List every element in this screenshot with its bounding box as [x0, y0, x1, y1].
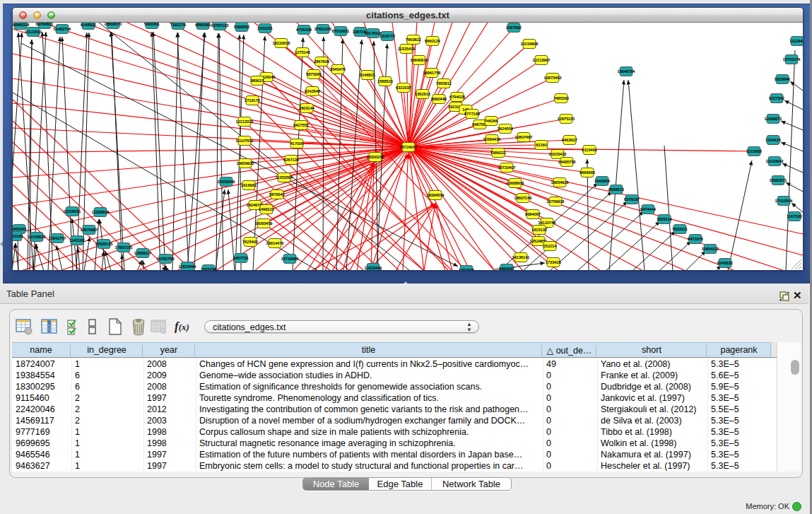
svg-text:3624554: 3624554	[498, 127, 513, 131]
svg-text:12942757: 12942757	[49, 236, 66, 240]
svg-text:5878342: 5878342	[269, 192, 285, 197]
svg-text:18220618: 18220618	[273, 41, 290, 45]
svg-text:96965328: 96965328	[13, 23, 29, 27]
svg-text:7986322: 7986322	[490, 151, 506, 155]
svg-text:12505135: 12505135	[95, 242, 113, 246]
svg-text:16495758: 16495758	[558, 160, 576, 164]
svg-text:9245632: 9245632	[717, 261, 733, 265]
svg-text:15720407: 15720407	[498, 165, 516, 170]
svg-text:16648784: 16648784	[618, 69, 635, 74]
svg-text:6379197: 6379197	[624, 197, 640, 201]
svg-text:15751074: 15751074	[783, 57, 801, 62]
svg-text:9227342: 9227342	[769, 96, 784, 100]
svg-text:9146821: 9146821	[360, 73, 375, 77]
svg-text:1292346: 1292346	[459, 268, 474, 270]
svg-text:20364436: 20364436	[483, 137, 501, 141]
svg-text:8471676: 8471676	[688, 237, 703, 241]
svg-text:252214: 252214	[543, 244, 557, 248]
svg-text:37631165: 37631165	[314, 27, 331, 31]
svg-text:16782759: 16782759	[157, 257, 175, 261]
svg-text:4738299: 4738299	[296, 28, 312, 32]
svg-text:9329946: 9329946	[775, 77, 790, 81]
svg-text:5875685: 5875685	[306, 72, 322, 76]
svg-text:19654935: 19654935	[237, 161, 254, 165]
svg-text:1615132: 1615132	[531, 228, 547, 232]
svg-text:4896383: 4896383	[195, 23, 211, 27]
svg-text:18807249: 18807249	[514, 196, 532, 200]
svg-text:9463627: 9463627	[562, 138, 577, 142]
svg-text:989015: 989015	[251, 78, 264, 83]
svg-text:16961758: 16961758	[423, 71, 441, 75]
svg-text:67010651: 67010651	[332, 29, 350, 33]
svg-text:12359914: 12359914	[92, 210, 110, 214]
svg-text:10807487: 10807487	[515, 135, 533, 139]
svg-text:9684067: 9684067	[525, 212, 541, 216]
svg-text:10688609: 10688609	[507, 181, 524, 185]
svg-text:2087682: 2087682	[506, 25, 522, 30]
svg-text:1733426: 1733426	[546, 260, 561, 264]
svg-text:12213967: 12213967	[533, 58, 551, 62]
svg-text:7485063: 7485063	[553, 96, 569, 100]
svg-text:2718170: 2718170	[245, 98, 260, 103]
svg-text:2055334: 2055334	[201, 267, 216, 270]
svg-text:12093872: 12093872	[765, 117, 782, 121]
svg-text:10958117: 10958117	[134, 251, 151, 255]
svg-text:10107552: 10107552	[236, 139, 254, 143]
svg-text:11353594: 11353594	[276, 175, 293, 180]
svg-text:1031051: 1031051	[257, 26, 273, 30]
svg-text:1640954: 1640954	[594, 179, 610, 183]
svg-text:5098393: 5098393	[234, 25, 249, 29]
svg-text:16914479: 16914479	[266, 241, 284, 245]
svg-text:1588520: 1588520	[377, 79, 393, 83]
svg-text:10973493: 10973493	[544, 76, 562, 80]
svg-text:19384554: 19384554	[427, 193, 445, 197]
svg-text:28809570: 28809570	[105, 23, 122, 26]
svg-text:8660124: 8660124	[425, 39, 440, 43]
svg-text:1275145: 1275145	[295, 50, 310, 54]
svg-text:15692971: 15692971	[770, 178, 787, 182]
svg-text:8148932: 8148932	[81, 23, 96, 27]
svg-text:16093459: 16093459	[255, 221, 273, 226]
svg-text:6794028: 6794028	[449, 95, 465, 99]
svg-text:20756928: 20756928	[547, 199, 565, 204]
svg-text:8990448: 8990448	[431, 97, 447, 101]
svg-text:13975887: 13975887	[81, 228, 98, 232]
svg-text:1326773: 1326773	[379, 34, 395, 38]
svg-text:7663822: 7663822	[406, 37, 421, 42]
svg-text:14136141: 14136141	[512, 255, 530, 259]
svg-text:2867608: 2867608	[314, 59, 329, 64]
svg-text:16640910: 16640910	[411, 58, 428, 62]
svg-text:12213319: 12213319	[236, 119, 254, 124]
svg-text:51462704: 51462704	[54, 27, 71, 31]
svg-text:3267130: 3267130	[283, 158, 299, 162]
svg-text:417006: 417006	[290, 141, 304, 146]
svg-text:12823446: 12823446	[179, 264, 196, 269]
svg-text:12975115: 12975115	[558, 117, 575, 121]
svg-text:15716485: 15716485	[281, 257, 299, 261]
svg-text:1498222: 1498222	[259, 207, 274, 211]
svg-text:8938913: 8938913	[608, 187, 624, 192]
svg-text:7182278: 7182278	[170, 23, 186, 27]
svg-text:3545476: 3545476	[330, 67, 346, 71]
svg-text:9699695: 9699695	[579, 170, 595, 175]
svg-text:9474444: 9474444	[640, 207, 656, 211]
svg-text:11325419: 11325419	[398, 47, 415, 51]
svg-text:1244415: 1244415	[765, 138, 781, 142]
svg-text:3215958: 3215958	[746, 149, 762, 153]
svg-text:10154808: 10154808	[521, 42, 539, 46]
svg-text:65787133: 65787133	[211, 23, 229, 28]
svg-text:18724007: 18724007	[400, 145, 418, 149]
svg-text:3915181: 3915181	[13, 234, 23, 238]
svg-text:1167533: 1167533	[787, 214, 801, 218]
svg-text:10025433: 10025433	[549, 152, 567, 156]
svg-text:1112445: 1112445	[790, 39, 803, 43]
svg-text:10210643: 10210643	[766, 159, 784, 163]
svg-text:746266: 746266	[485, 119, 498, 123]
svg-text:12156829: 12156829	[28, 235, 46, 239]
svg-text:7955812: 7955812	[436, 81, 452, 86]
svg-text:8450061: 8450061	[13, 227, 27, 231]
svg-text:5430391: 5430391	[144, 23, 160, 26]
svg-text:10654112: 10654112	[702, 247, 719, 251]
svg-text:9777169: 9777169	[464, 112, 480, 116]
svg-text:9457791: 9457791	[233, 256, 249, 260]
